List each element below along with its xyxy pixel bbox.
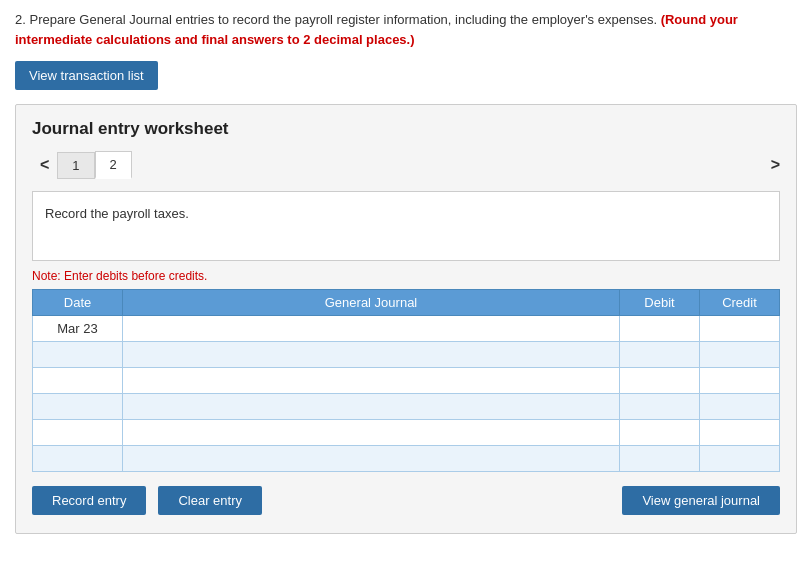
col-header-journal: General Journal	[123, 290, 620, 316]
tab-left-arrow[interactable]: <	[32, 154, 57, 176]
debit-cell[interactable]	[620, 446, 700, 472]
action-buttons: Record entry Clear entry View general jo…	[32, 486, 780, 515]
worksheet-container: Journal entry worksheet < 1 2 > Record t…	[15, 104, 797, 534]
view-transaction-button[interactable]: View transaction list	[15, 61, 158, 90]
journal-input[interactable]	[123, 368, 619, 393]
date-cell	[33, 368, 123, 394]
debit-cell[interactable]	[620, 368, 700, 394]
table-row	[33, 446, 780, 472]
col-header-credit: Credit	[700, 290, 780, 316]
debit-cell[interactable]	[620, 316, 700, 342]
tab-1[interactable]: 1	[57, 152, 94, 179]
credit-input[interactable]	[700, 394, 779, 419]
table-row	[33, 342, 780, 368]
journal-table: Date General Journal Debit Credit Mar 23	[32, 289, 780, 472]
debit-cell[interactable]	[620, 420, 700, 446]
journal-input[interactable]	[123, 446, 619, 471]
table-row	[33, 368, 780, 394]
instruction-text: 2. Prepare General Journal entries to re…	[15, 10, 797, 49]
credit-input[interactable]	[700, 446, 779, 471]
credit-cell[interactable]	[700, 316, 780, 342]
debit-input[interactable]	[620, 446, 699, 471]
entry-instruction-text: Record the payroll taxes.	[45, 206, 767, 221]
credit-cell[interactable]	[700, 394, 780, 420]
tab-right-arrow[interactable]: >	[771, 156, 780, 174]
debit-input[interactable]	[620, 394, 699, 419]
debit-note: Note: Enter debits before credits.	[32, 269, 780, 283]
journal-cell[interactable]	[123, 394, 620, 420]
credit-cell[interactable]	[700, 446, 780, 472]
debit-input[interactable]	[620, 342, 699, 367]
credit-input[interactable]	[700, 316, 779, 341]
debit-input[interactable]	[620, 420, 699, 445]
credit-input[interactable]	[700, 420, 779, 445]
journal-cell[interactable]	[123, 342, 620, 368]
journal-cell[interactable]	[123, 368, 620, 394]
debit-input[interactable]	[620, 316, 699, 341]
date-cell	[33, 446, 123, 472]
instruction-number: 2.	[15, 12, 26, 27]
journal-input[interactable]	[123, 342, 619, 367]
date-cell	[33, 342, 123, 368]
col-header-debit: Debit	[620, 290, 700, 316]
date-cell	[33, 420, 123, 446]
credit-cell[interactable]	[700, 368, 780, 394]
table-row: Mar 23	[33, 316, 780, 342]
journal-input[interactable]	[123, 394, 619, 419]
table-row	[33, 394, 780, 420]
date-cell	[33, 394, 123, 420]
journal-cell[interactable]	[123, 316, 620, 342]
view-general-journal-button[interactable]: View general journal	[622, 486, 780, 515]
credit-input[interactable]	[700, 342, 779, 367]
debit-cell[interactable]	[620, 394, 700, 420]
date-cell: Mar 23	[33, 316, 123, 342]
journal-cell[interactable]	[123, 446, 620, 472]
tab-navigation: < 1 2 >	[32, 151, 780, 179]
worksheet-title: Journal entry worksheet	[32, 119, 780, 139]
entry-instruction-box: Record the payroll taxes.	[32, 191, 780, 261]
credit-cell[interactable]	[700, 420, 780, 446]
credit-input[interactable]	[700, 368, 779, 393]
journal-input[interactable]	[123, 316, 619, 341]
col-header-date: Date	[33, 290, 123, 316]
journal-input[interactable]	[123, 420, 619, 445]
clear-entry-button[interactable]: Clear entry	[158, 486, 262, 515]
credit-cell[interactable]	[700, 342, 780, 368]
debit-input[interactable]	[620, 368, 699, 393]
journal-cell[interactable]	[123, 420, 620, 446]
debit-cell[interactable]	[620, 342, 700, 368]
table-row	[33, 420, 780, 446]
record-entry-button[interactable]: Record entry	[32, 486, 146, 515]
tab-2[interactable]: 2	[95, 151, 132, 179]
instruction-body: Prepare General Journal entries to recor…	[29, 12, 657, 27]
